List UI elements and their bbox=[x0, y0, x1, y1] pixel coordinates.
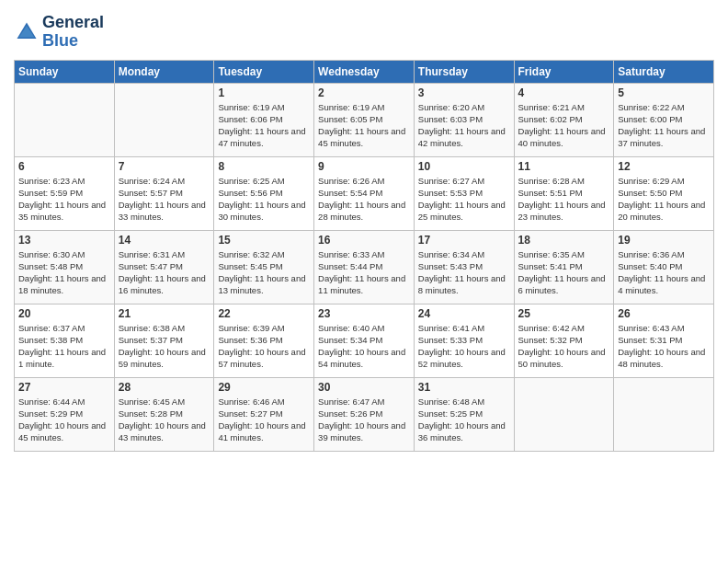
day-number: 27 bbox=[18, 381, 110, 394]
calendar-cell: 9Sunrise: 6:26 AM Sunset: 5:54 PM Daylig… bbox=[314, 156, 415, 230]
calendar-cell: 13Sunrise: 6:30 AM Sunset: 5:48 PM Dayli… bbox=[15, 230, 115, 304]
calendar-cell: 30Sunrise: 6:47 AM Sunset: 5:26 PM Dayli… bbox=[314, 377, 415, 451]
day-number: 11 bbox=[518, 160, 610, 173]
day-info: Sunrise: 6:24 AM Sunset: 5:57 PM Dayligh… bbox=[119, 175, 210, 224]
calendar-cell: 3Sunrise: 6:20 AM Sunset: 6:03 PM Daylig… bbox=[414, 83, 514, 156]
calendar-header-row: SundayMondayTuesdayWednesdayThursdayFrid… bbox=[15, 60, 714, 83]
calendar-cell: 21Sunrise: 6:38 AM Sunset: 5:37 PM Dayli… bbox=[114, 304, 214, 377]
calendar-cell: 22Sunrise: 6:39 AM Sunset: 5:36 PM Dayli… bbox=[214, 304, 314, 377]
col-header-wednesday: Wednesday bbox=[314, 60, 415, 83]
logo-text: General Blue bbox=[42, 14, 104, 51]
calendar-cell: 14Sunrise: 6:31 AM Sunset: 5:47 PM Dayli… bbox=[114, 230, 214, 304]
calendar-cell: 8Sunrise: 6:25 AM Sunset: 5:56 PM Daylig… bbox=[214, 156, 314, 230]
day-info: Sunrise: 6:36 AM Sunset: 5:40 PM Dayligh… bbox=[618, 248, 710, 297]
header: General Blue bbox=[14, 9, 714, 51]
day-number: 6 bbox=[18, 160, 110, 173]
day-number: 13 bbox=[18, 234, 110, 247]
day-info: Sunrise: 6:40 AM Sunset: 5:34 PM Dayligh… bbox=[318, 322, 410, 371]
day-number: 18 bbox=[518, 234, 610, 247]
calendar-cell: 6Sunrise: 6:23 AM Sunset: 5:59 PM Daylig… bbox=[15, 156, 115, 230]
day-info: Sunrise: 6:43 AM Sunset: 5:31 PM Dayligh… bbox=[618, 322, 710, 371]
calendar-cell: 25Sunrise: 6:42 AM Sunset: 5:32 PM Dayli… bbox=[514, 304, 614, 377]
logo-icon bbox=[14, 19, 40, 45]
day-info: Sunrise: 6:28 AM Sunset: 5:51 PM Dayligh… bbox=[518, 175, 610, 224]
calendar-cell: 26Sunrise: 6:43 AM Sunset: 5:31 PM Dayli… bbox=[614, 304, 714, 377]
day-number: 17 bbox=[418, 234, 510, 247]
week-row-3: 13Sunrise: 6:30 AM Sunset: 5:48 PM Dayli… bbox=[15, 230, 714, 304]
calendar-cell: 23Sunrise: 6:40 AM Sunset: 5:34 PM Dayli… bbox=[314, 304, 415, 377]
day-info: Sunrise: 6:19 AM Sunset: 6:05 PM Dayligh… bbox=[318, 101, 410, 150]
day-info: Sunrise: 6:47 AM Sunset: 5:26 PM Dayligh… bbox=[318, 396, 410, 444]
day-number: 25 bbox=[518, 307, 610, 320]
calendar-cell: 19Sunrise: 6:36 AM Sunset: 5:40 PM Dayli… bbox=[614, 230, 714, 304]
col-header-tuesday: Tuesday bbox=[214, 60, 314, 83]
calendar-cell bbox=[614, 377, 714, 451]
calendar-table: SundayMondayTuesdayWednesdayThursdayFrid… bbox=[14, 60, 714, 452]
day-number: 24 bbox=[418, 307, 510, 320]
day-number: 9 bbox=[318, 160, 410, 173]
day-number: 21 bbox=[119, 307, 210, 320]
calendar-cell: 18Sunrise: 6:35 AM Sunset: 5:41 PM Dayli… bbox=[514, 230, 614, 304]
day-number: 31 bbox=[418, 381, 510, 394]
calendar-cell bbox=[15, 83, 115, 156]
day-info: Sunrise: 6:37 AM Sunset: 5:38 PM Dayligh… bbox=[18, 322, 110, 371]
calendar-cell: 24Sunrise: 6:41 AM Sunset: 5:33 PM Dayli… bbox=[414, 304, 514, 377]
day-number: 10 bbox=[418, 160, 510, 173]
col-header-sunday: Sunday bbox=[15, 60, 115, 83]
day-info: Sunrise: 6:34 AM Sunset: 5:43 PM Dayligh… bbox=[418, 248, 510, 297]
day-number: 22 bbox=[218, 307, 310, 320]
day-info: Sunrise: 6:33 AM Sunset: 5:44 PM Dayligh… bbox=[318, 248, 410, 297]
day-info: Sunrise: 6:23 AM Sunset: 5:59 PM Dayligh… bbox=[18, 175, 110, 224]
day-number: 20 bbox=[18, 307, 110, 320]
day-number: 1 bbox=[218, 86, 310, 99]
calendar-cell: 27Sunrise: 6:44 AM Sunset: 5:29 PM Dayli… bbox=[15, 377, 115, 451]
week-row-5: 27Sunrise: 6:44 AM Sunset: 5:29 PM Dayli… bbox=[15, 377, 714, 451]
day-info: Sunrise: 6:45 AM Sunset: 5:28 PM Dayligh… bbox=[119, 396, 210, 444]
day-number: 15 bbox=[218, 234, 310, 247]
page-container: General Blue SundayMondayTuesdayWednesda… bbox=[0, 0, 728, 465]
day-number: 16 bbox=[318, 234, 410, 247]
day-number: 2 bbox=[318, 86, 410, 99]
week-row-2: 6Sunrise: 6:23 AM Sunset: 5:59 PM Daylig… bbox=[15, 156, 714, 230]
day-info: Sunrise: 6:27 AM Sunset: 5:53 PM Dayligh… bbox=[418, 175, 510, 224]
day-info: Sunrise: 6:32 AM Sunset: 5:45 PM Dayligh… bbox=[218, 248, 310, 297]
calendar-cell: 5Sunrise: 6:22 AM Sunset: 6:00 PM Daylig… bbox=[614, 83, 714, 156]
day-info: Sunrise: 6:29 AM Sunset: 5:50 PM Dayligh… bbox=[618, 175, 710, 224]
week-row-4: 20Sunrise: 6:37 AM Sunset: 5:38 PM Dayli… bbox=[15, 304, 714, 377]
calendar-cell: 11Sunrise: 6:28 AM Sunset: 5:51 PM Dayli… bbox=[514, 156, 614, 230]
week-row-1: 1Sunrise: 6:19 AM Sunset: 6:06 PM Daylig… bbox=[15, 83, 714, 156]
day-number: 23 bbox=[318, 307, 410, 320]
day-info: Sunrise: 6:26 AM Sunset: 5:54 PM Dayligh… bbox=[318, 175, 410, 224]
day-number: 26 bbox=[618, 307, 710, 320]
calendar-cell: 1Sunrise: 6:19 AM Sunset: 6:06 PM Daylig… bbox=[214, 83, 314, 156]
day-info: Sunrise: 6:38 AM Sunset: 5:37 PM Dayligh… bbox=[119, 322, 210, 371]
day-number: 28 bbox=[119, 381, 210, 394]
day-info: Sunrise: 6:48 AM Sunset: 5:25 PM Dayligh… bbox=[418, 396, 510, 444]
day-info: Sunrise: 6:19 AM Sunset: 6:06 PM Dayligh… bbox=[218, 101, 310, 150]
calendar-cell: 20Sunrise: 6:37 AM Sunset: 5:38 PM Dayli… bbox=[15, 304, 115, 377]
calendar-cell: 4Sunrise: 6:21 AM Sunset: 6:02 PM Daylig… bbox=[514, 83, 614, 156]
day-info: Sunrise: 6:25 AM Sunset: 5:56 PM Dayligh… bbox=[218, 175, 310, 224]
day-info: Sunrise: 6:46 AM Sunset: 5:27 PM Dayligh… bbox=[218, 396, 310, 444]
day-info: Sunrise: 6:22 AM Sunset: 6:00 PM Dayligh… bbox=[618, 101, 710, 150]
day-info: Sunrise: 6:44 AM Sunset: 5:29 PM Dayligh… bbox=[18, 396, 110, 444]
day-number: 19 bbox=[618, 234, 710, 247]
day-info: Sunrise: 6:35 AM Sunset: 5:41 PM Dayligh… bbox=[518, 248, 610, 297]
day-number: 12 bbox=[618, 160, 710, 173]
calendar-cell: 29Sunrise: 6:46 AM Sunset: 5:27 PM Dayli… bbox=[214, 377, 314, 451]
col-header-saturday: Saturday bbox=[614, 60, 714, 83]
col-header-friday: Friday bbox=[514, 60, 614, 83]
day-info: Sunrise: 6:30 AM Sunset: 5:48 PM Dayligh… bbox=[18, 248, 110, 297]
calendar-cell: 31Sunrise: 6:48 AM Sunset: 5:25 PM Dayli… bbox=[414, 377, 514, 451]
day-info: Sunrise: 6:21 AM Sunset: 6:02 PM Dayligh… bbox=[518, 101, 610, 150]
calendar-cell: 28Sunrise: 6:45 AM Sunset: 5:28 PM Dayli… bbox=[114, 377, 214, 451]
day-number: 4 bbox=[518, 86, 610, 99]
day-number: 7 bbox=[119, 160, 210, 173]
day-number: 30 bbox=[318, 381, 410, 394]
calendar-cell: 2Sunrise: 6:19 AM Sunset: 6:05 PM Daylig… bbox=[314, 83, 415, 156]
calendar-cell: 12Sunrise: 6:29 AM Sunset: 5:50 PM Dayli… bbox=[614, 156, 714, 230]
day-number: 14 bbox=[119, 234, 210, 247]
calendar-cell: 10Sunrise: 6:27 AM Sunset: 5:53 PM Dayli… bbox=[414, 156, 514, 230]
calendar-cell bbox=[514, 377, 614, 451]
calendar-cell: 7Sunrise: 6:24 AM Sunset: 5:57 PM Daylig… bbox=[114, 156, 214, 230]
